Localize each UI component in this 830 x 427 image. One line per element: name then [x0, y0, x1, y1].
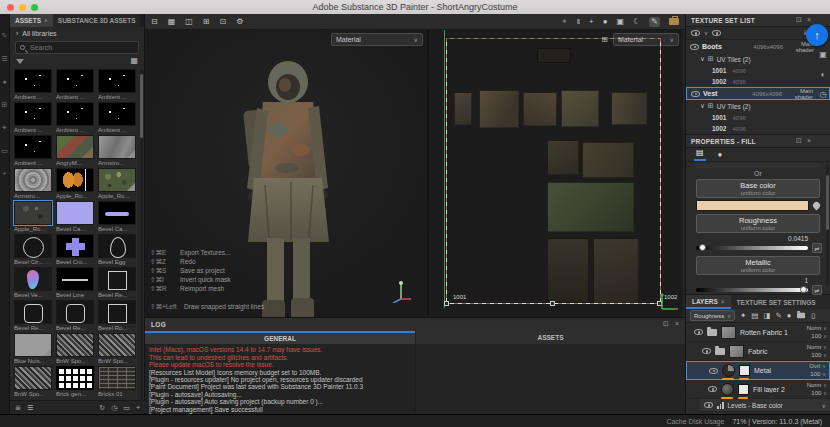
- opacity-field[interactable]: 100∨: [811, 333, 827, 340]
- asset-item[interactable]: Armstro...: [98, 135, 137, 167]
- layer-name[interactable]: Rotten Fabric 1: [740, 329, 793, 336]
- tab-texture-set-settings[interactable]: TEXTURE SET SETTINGS: [731, 295, 822, 309]
- opacity-field[interactable]: 100∨: [810, 371, 826, 378]
- eraser-tool-icon[interactable]: ☰: [1, 55, 7, 62]
- close-tab-icon[interactable]: ×: [721, 298, 725, 305]
- resources-updater-icon[interactable]: ↻: [99, 403, 105, 412]
- paint-tool-icon[interactable]: ✎: [2, 32, 8, 39]
- detach-panel-icon[interactable]: ⊡: [796, 137, 802, 145]
- close-tab-icon[interactable]: ×: [44, 17, 48, 24]
- clone-tool-icon[interactable]: ▭: [1, 147, 8, 154]
- layer-visibility-icon[interactable]: [694, 329, 703, 335]
- asset-item[interactable]: Bevel Re...: [98, 267, 137, 299]
- layer-name[interactable]: Metal: [754, 367, 792, 374]
- asset-item[interactable]: Bevel Ca...: [98, 201, 137, 233]
- layer-row[interactable]: Rotten Fabric 1 Norm∨ 100∨: [686, 323, 830, 342]
- detach-panel-icon[interactable]: ⊡: [663, 320, 669, 328]
- uv-tile-row[interactable]: 1001 4096: [686, 112, 830, 123]
- thumbnail-view-icon[interactable]: ☰: [27, 403, 33, 412]
- blend-mode-select[interactable]: Norm∨: [807, 382, 827, 389]
- close-panel-icon[interactable]: ×: [675, 320, 679, 328]
- polygon-fill-tool-icon[interactable]: ⊞: [2, 101, 8, 108]
- layer-thumbnail[interactable]: [721, 326, 736, 339]
- asset-search-box[interactable]: [15, 41, 139, 54]
- chevron-down-icon[interactable]: ∨: [822, 402, 826, 409]
- asset-item[interactable]: Ambient ...: [56, 102, 95, 134]
- base-color-swatch[interactable]: [696, 200, 809, 211]
- asset-item[interactable]: Ambient ...: [56, 69, 95, 101]
- uv-selection-handle[interactable]: [550, 301, 555, 306]
- roughness-slider-knob[interactable]: [699, 244, 706, 251]
- asset-item[interactable]: BnW Spo...: [14, 366, 53, 398]
- layer-visibility-icon[interactable]: [702, 348, 711, 354]
- tab-layers[interactable]: LAYERS ×: [686, 295, 731, 309]
- library-breadcrumb[interactable]: › All libraries: [10, 27, 144, 40]
- asset-item[interactable]: Bevel Ca...: [56, 201, 95, 233]
- asset-item[interactable]: Ambient ...: [98, 102, 137, 134]
- asset-item[interactable]: AngryM...: [56, 135, 95, 167]
- 2d-view-mode-select[interactable]: Material ∨: [613, 33, 679, 46]
- metallic-button[interactable]: Metallic uniform color: [696, 256, 820, 275]
- close-panel-icon[interactable]: ×: [807, 137, 811, 145]
- close-panel-icon[interactable]: ×: [807, 16, 811, 24]
- base-color-button[interactable]: Base color uniform color: [696, 179, 820, 198]
- roughness-value[interactable]: 0.0415: [788, 235, 808, 243]
- uv-tile-row[interactable]: 1002 4096: [686, 123, 830, 134]
- uv-selection-handle[interactable]: [444, 301, 449, 306]
- effect-visibility-icon[interactable]: [704, 402, 713, 408]
- asset-item[interactable]: Apple_Ro...: [98, 168, 137, 200]
- tab-material-preview[interactable]: ●: [716, 149, 725, 161]
- fill-layer-thumbnail[interactable]: [721, 383, 734, 396]
- add-paint-layer-icon[interactable]: ✎: [776, 311, 782, 320]
- symmetry-vertical-icon[interactable]: ⊞: [203, 17, 210, 27]
- opacity-field[interactable]: 100∨: [811, 352, 827, 359]
- visibility-filter-eye-icon[interactable]: [691, 30, 700, 36]
- asset-item[interactable]: Bevel Re...: [14, 300, 53, 332]
- detach-panel-icon[interactable]: ⊡: [796, 16, 802, 24]
- asset-item[interactable]: Ambient ...: [98, 69, 137, 101]
- 3d-axis-gizmo[interactable]: [389, 279, 413, 303]
- viewport-layout-icon[interactable]: ⊟: [151, 17, 158, 27]
- texture-set-row-selected[interactable]: Vest 4096x4096 Main shader: [686, 87, 830, 100]
- metallic-swap-icon[interactable]: ⇄: [812, 285, 822, 295]
- camera-icon[interactable]: ▣: [617, 17, 625, 27]
- grid-view-icon[interactable]: ▦: [130, 57, 138, 65]
- assets-scrollbar[interactable]: [140, 70, 143, 410]
- layer-name[interactable]: Fabric: [748, 348, 793, 355]
- opacity-field[interactable]: 100∨: [811, 390, 827, 397]
- layer-name[interactable]: Fill layer 2: [753, 386, 793, 393]
- roughness-swap-icon[interactable]: ⇄: [812, 243, 822, 253]
- effect-name[interactable]: Levels - Base color: [728, 402, 818, 409]
- asset-item-selected[interactable]: Apple_Ro...: [14, 201, 53, 233]
- tab-dock-assets[interactable]: ASSETS: [415, 331, 685, 345]
- blend-mode-select[interactable]: Norm∨: [807, 344, 827, 351]
- blend-mode-select[interactable]: Ovrl∨: [809, 363, 826, 370]
- delete-layer-icon[interactable]: ▯: [811, 311, 815, 320]
- effect-row[interactable]: Levels - Base color ∨: [700, 399, 830, 412]
- add-fill-layer-icon[interactable]: ●: [787, 311, 792, 320]
- symmetry-horizontal-icon[interactable]: ◫: [185, 17, 193, 27]
- asset-item[interactable]: Ambient ...: [14, 102, 53, 134]
- mask-thumbnail[interactable]: [739, 365, 750, 376]
- add-layer-icon[interactable]: ▤: [751, 311, 758, 320]
- projection-tool-icon[interactable]: ●: [2, 78, 6, 85]
- viewport-3d[interactable]: Material ∨: [145, 30, 429, 317]
- layer-thumbnail[interactable]: [729, 345, 744, 358]
- layer-row[interactable]: Fill layer 2 Norm∨ 100∨: [686, 380, 830, 399]
- roughness-button[interactable]: Roughness uniform color: [696, 214, 820, 233]
- tab-substance-3d-assets[interactable]: SUBSTANCE 3D ASSETS: [53, 14, 141, 27]
- metallic-value[interactable]: 1: [804, 277, 808, 285]
- asset-item[interactable]: Bevel Ro...: [98, 300, 137, 332]
- layer-visibility-icon[interactable]: [708, 386, 717, 392]
- tile-view-icon[interactable]: ▦: [168, 17, 176, 27]
- blend-mode-select[interactable]: Norm∨: [807, 325, 827, 332]
- roughness-slider[interactable]: [696, 246, 808, 250]
- asset-item[interactable]: Bevel Re...: [56, 300, 95, 332]
- mask-thumbnail[interactable]: [738, 384, 749, 395]
- asset-item[interactable]: Bevel Ve...: [14, 267, 53, 299]
- lazy-mouse-icon[interactable]: ☾: [633, 17, 640, 27]
- add-effect-icon[interactable]: ✦: [740, 311, 746, 320]
- import-resources-icon[interactable]: +: [136, 403, 140, 412]
- paint-mode-icon[interactable]: ✎: [649, 17, 660, 27]
- uv-tile-row[interactable]: 1001 4096: [686, 65, 830, 76]
